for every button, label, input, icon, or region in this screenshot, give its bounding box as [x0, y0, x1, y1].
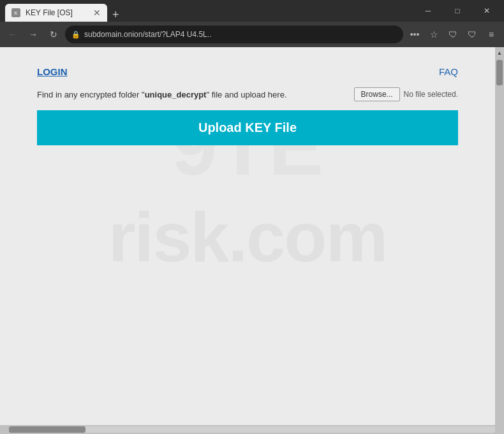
nav-links-row: LOGIN FAQ	[37, 66, 458, 77]
instruction-part2: " file and upload here.	[206, 90, 286, 99]
faq-link[interactable]: FAQ	[439, 66, 458, 77]
navbar: ← → ↻ 🔒 subdomain.onion/start/?LAP4 U4.5…	[0, 22, 504, 47]
scroll-up-arrow[interactable]: ▲	[495, 48, 504, 57]
tab-close-button[interactable]: ✕	[93, 8, 101, 18]
new-tab-button[interactable]: +	[107, 8, 124, 22]
scroll-thumb[interactable]	[496, 60, 503, 85]
shield-button[interactable]: 🛡	[444, 25, 462, 43]
tab-title: KEY File [OS]	[26, 8, 73, 17]
minimize-button[interactable]: ─	[413, 0, 443, 22]
browse-button[interactable]: Browse...	[354, 87, 400, 101]
close-button[interactable]: ✕	[472, 0, 501, 22]
lock-icon: 🔒	[71, 31, 80, 39]
upload-key-button[interactable]: Upload KEY File	[37, 110, 458, 145]
scrollbar-right[interactable]: ▲	[495, 47, 504, 425]
more-button[interactable]: •••	[406, 25, 424, 43]
hscrollbar[interactable]	[0, 425, 504, 434]
active-tab[interactable]: K KEY File [OS] ✕	[5, 4, 107, 22]
nav-right-controls: ••• ☆ 🛡 🛡 ≡	[406, 25, 500, 43]
content-box: LOGIN FAQ Find in any encrypted folder "…	[37, 66, 458, 145]
maximize-button[interactable]: □	[443, 0, 472, 22]
hscroll-track	[9, 426, 495, 433]
file-input-area: Browse... No file selected.	[354, 87, 458, 101]
tab-area: K KEY File [OS] ✕ +	[5, 0, 413, 22]
page-content: 9TE risk.com LOGIN FAQ Find in any encry…	[0, 47, 495, 425]
menu-button[interactable]: ≡	[482, 25, 500, 43]
filename-bold: unique_decrypt	[145, 90, 207, 99]
watermark-bottom: risk.com	[108, 196, 387, 277]
instruction-part1: Find in any encrypted folder "	[37, 90, 145, 99]
window-controls: ─ □ ✕	[413, 0, 504, 22]
refresh-button[interactable]: ↻	[45, 25, 63, 43]
no-file-text: No file selected.	[404, 90, 458, 99]
instruction-row: Find in any encrypted folder "unique_dec…	[37, 87, 458, 101]
back-button[interactable]: ←	[4, 25, 22, 43]
titlebar: K KEY File [OS] ✕ + ─ □ ✕	[0, 0, 504, 22]
hscroll-thumb[interactable]	[9, 426, 85, 433]
instruction-text: Find in any encrypted folder "unique_dec…	[37, 90, 346, 99]
address-bar[interactable]: 🔒 subdomain.onion/start/?LAP4 U4.5L..	[65, 25, 403, 43]
tab-favicon: K	[11, 8, 20, 17]
browser-body: 9TE risk.com LOGIN FAQ Find in any encry…	[0, 47, 504, 425]
forward-button[interactable]: →	[24, 25, 42, 43]
shield2-button[interactable]: 🛡	[463, 25, 481, 43]
address-text: subdomain.onion/start/?LAP4 U4.5L..	[84, 30, 397, 39]
login-link[interactable]: LOGIN	[37, 66, 68, 77]
bookmark-button[interactable]: ☆	[425, 25, 443, 43]
